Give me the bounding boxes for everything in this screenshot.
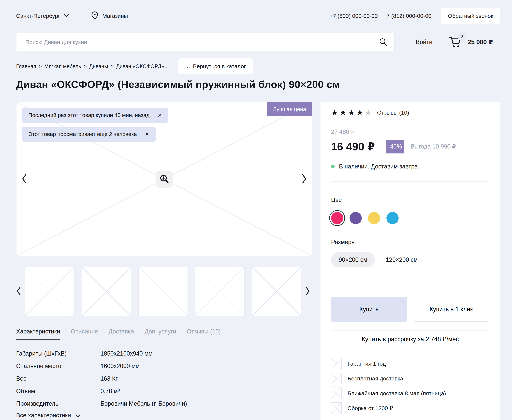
color-swatch-blue[interactable]	[386, 212, 399, 224]
search-icon[interactable]	[379, 38, 388, 46]
star-icon: ★	[348, 108, 356, 117]
social-proof-badge-purchase: Последний раз этот товар купили 40 мин. …	[22, 108, 168, 123]
benefit-text: Бесплатная доставка	[348, 375, 403, 382]
star-icon: ★	[356, 108, 365, 117]
char-label: Производитель	[16, 400, 101, 407]
phone-number-800[interactable]: +7 (800) 000-00-00	[330, 13, 378, 19]
color-swatch-yellow[interactable]	[368, 212, 380, 224]
page-title: Диван «ОКСФОРД» (Независимый пружинный б…	[16, 78, 500, 90]
one-click-buy-button[interactable]: Купить в 1 клик	[413, 297, 490, 322]
breadcrumb-separator: >	[108, 63, 116, 69]
benefit-text: Сборка от 1200 ₽	[348, 405, 393, 412]
availability-dot-icon	[331, 165, 335, 168]
list-item: Сборка от 1200 ₽	[331, 402, 490, 414]
color-swatch-pink[interactable]	[331, 212, 343, 224]
thumbnail[interactable]	[195, 267, 245, 316]
chevron-down-icon	[64, 14, 69, 18]
benefits-list: Гарантия 1 год Бесплатная доставка Ближа…	[331, 358, 490, 414]
main-image[interactable]: Последний раз этот товар купили 40 мин. …	[16, 102, 312, 256]
size-section-label: Размеры	[331, 239, 490, 246]
tab-characteristics[interactable]: Характеристики	[16, 328, 60, 340]
rating-row: ★★★★★ Отзывы (10)	[331, 109, 490, 117]
location-pin-icon	[91, 11, 98, 20]
top-bar: Санкт-Петербург Магазины +7 (800) 000-00…	[16, 8, 500, 24]
table-row: Вес 163 Кг	[16, 372, 312, 385]
reviews-link[interactable]: Отзывы (10)	[377, 109, 409, 116]
gallery-prev-arrow-icon[interactable]	[22, 174, 27, 185]
buy-button[interactable]: Купить	[331, 297, 407, 322]
table-row: Спальное место 1600x2000 мм	[16, 360, 312, 372]
login-link[interactable]: Войти	[416, 38, 432, 45]
best-price-badge: Лучшая цена	[267, 102, 312, 116]
purchase-panel: ★★★★★ Отзывы (10) 27 480 ₽ 16 490 ₽ -40%…	[320, 102, 500, 420]
current-price: 16 490 ₽	[331, 140, 375, 153]
char-label: Объем	[16, 388, 101, 395]
thumbs-next-arrow-icon[interactable]	[305, 287, 310, 296]
char-label: Вес	[16, 375, 101, 382]
zoom-button[interactable]	[156, 171, 173, 188]
tab-description[interactable]: Описание	[71, 328, 98, 340]
breadcrumb-row: Главная > Мягкая мебель > Диваны > Диван…	[16, 58, 500, 74]
close-icon[interactable]: ✕	[145, 131, 149, 137]
benefit-text: Гарантия 1 год	[348, 360, 386, 367]
table-row: Объем 0.78 м³	[16, 385, 312, 398]
breadcrumb-separator: >	[81, 63, 89, 69]
list-item: Ближайшая доставка 8 мая (пятница)	[331, 388, 490, 399]
price-row: 16 490 ₽ -40% Выгода 10 990 ₽	[331, 140, 490, 153]
city-selector[interactable]: Санкт-Петербург	[16, 13, 69, 19]
search-bar: Войти 2 25 000 ₽	[16, 33, 500, 52]
all-characteristics-link[interactable]: Все характеристики	[16, 412, 312, 419]
tab-services[interactable]: Доп. услуги	[145, 328, 176, 340]
nearest-delivery-placeholder-icon	[331, 388, 341, 399]
price-benefit: Выгода 10 990 ₽	[410, 143, 456, 150]
callback-button[interactable]: Обратный звонок	[441, 8, 500, 24]
thumbnail[interactable]	[25, 267, 74, 316]
star-icon: ★	[331, 108, 340, 117]
search-input[interactable]	[16, 33, 395, 52]
cart-count-badge: 2	[457, 32, 466, 41]
breadcrumb-soft-furniture[interactable]: Мягкая мебель	[44, 63, 81, 69]
list-item: Бесплатная доставка	[331, 373, 490, 384]
thumbnail-strip	[16, 267, 312, 316]
tab-delivery[interactable]: Доставка	[109, 328, 134, 340]
cart-button[interactable]: 2 25 000 ₽	[448, 35, 493, 49]
availability-text: В наличии. Доставим завтра	[339, 163, 418, 170]
cart-icon: 2	[448, 35, 462, 49]
size-option-90x200[interactable]: 90×200 см	[331, 252, 375, 267]
divider	[331, 181, 490, 182]
characteristics-table: Габариты (ШхГхВ) 1850x2100x940 мм Спальн…	[16, 347, 312, 419]
star-icon-empty: ★	[365, 108, 373, 117]
phone-number-812[interactable]: +7 (812) 000-00-00	[383, 13, 431, 19]
back-to-catalog-button[interactable]: ← Вернуться в каталог	[178, 58, 254, 74]
discount-badge: -40%	[386, 140, 404, 153]
breadcrumb-sofas[interactable]: Диваны	[89, 63, 108, 69]
color-swatch-purple[interactable]	[349, 212, 362, 224]
stores-label: Магазины	[102, 13, 128, 19]
char-label: Габариты (ШхГхВ)	[16, 350, 101, 357]
size-option-120x200[interactable]: 120×200 см	[386, 256, 418, 263]
left-column: Последний раз этот товар купили 40 мин. …	[16, 102, 312, 420]
breadcrumb-home[interactable]: Главная	[16, 63, 36, 69]
table-row: Габариты (ШхГхВ) 1850x2100x940 мм	[16, 347, 312, 360]
city-label: Санкт-Петербург	[16, 13, 60, 19]
thumbs-prev-arrow-icon[interactable]	[16, 287, 21, 296]
assembly-placeholder-icon	[331, 402, 341, 414]
installment-button[interactable]: Купить в рассрочку за 2 748 ₽/мес	[331, 330, 490, 348]
breadcrumb-separator: >	[36, 63, 44, 69]
stores-link[interactable]: Магазины	[91, 11, 128, 20]
magnifier-plus-icon	[160, 174, 169, 184]
close-icon[interactable]: ✕	[157, 112, 162, 118]
gallery-next-arrow-icon[interactable]	[301, 174, 307, 185]
char-value: 1850x2100x940 мм	[101, 350, 153, 357]
breadcrumb-current: Диван «ОКСФОРД»...	[116, 63, 169, 69]
char-value: 0.78 м³	[101, 388, 120, 395]
thumbnail[interactable]	[82, 267, 131, 316]
buy-buttons-row: Купить Купить в 1 клик	[331, 297, 490, 322]
warranty-placeholder-icon	[331, 358, 341, 369]
tab-reviews[interactable]: Отзывы (10)	[187, 328, 221, 340]
content: Последний раз этот товар купили 40 мин. …	[16, 102, 500, 420]
char-value: Боровичи Мебель (г. Боровичи)	[101, 400, 187, 407]
color-swatches	[331, 212, 490, 224]
thumbnail[interactable]	[138, 267, 188, 316]
thumbnail[interactable]	[252, 267, 301, 316]
